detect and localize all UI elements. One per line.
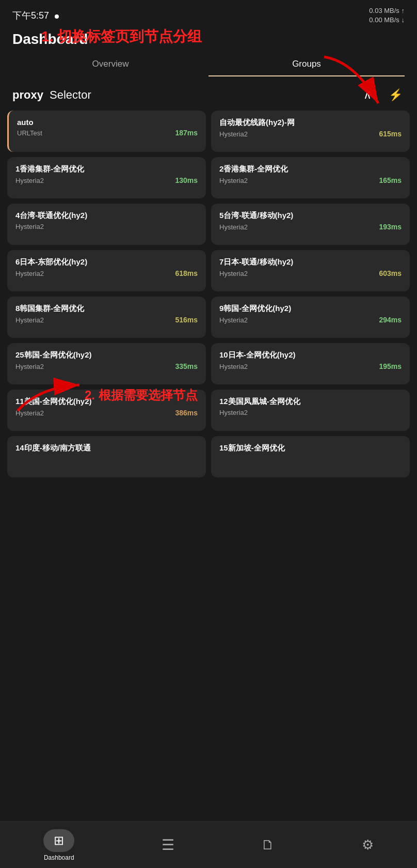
proxy-card-latency-6: 618ms bbox=[175, 269, 198, 277]
proxy-card-13[interactable]: 12美国凤凰城-全网优化Hysteria2 bbox=[211, 390, 410, 431]
proxy-card-name-12: 11美国-全网优化(hy2) bbox=[15, 397, 198, 407]
proxy-card-type-4: Hysteria2 bbox=[15, 223, 44, 230]
proxy-card-type-8: Hysteria2 bbox=[15, 316, 44, 324]
nav-logs[interactable]: ☰ bbox=[162, 836, 174, 854]
proxy-card-latency-1: 615ms bbox=[379, 130, 402, 138]
proxy-card-type-2: Hysteria2 bbox=[15, 177, 44, 184]
proxy-card-15[interactable]: 15新加坡-全网优化 bbox=[211, 436, 410, 477]
proxy-card-name-1: 自动最优线路(hy2)-网 bbox=[219, 118, 402, 128]
proxy-card-type-5: Hysteria2 bbox=[219, 223, 248, 231]
proxy-card-12[interactable]: 11美国-全网优化(hy2)Hysteria2386ms bbox=[7, 390, 206, 431]
proxy-card-name-4: 4台湾-联通优化(hy2) bbox=[15, 211, 198, 221]
section-icons: ∧ ⚡ bbox=[358, 86, 405, 104]
proxy-card-type-13: Hysteria2 bbox=[219, 409, 248, 416]
proxy-card-type-6: Hysteria2 bbox=[15, 270, 44, 277]
nav-dashboard-label: Dashboard bbox=[44, 854, 74, 861]
bottom-nav: ⊞ Dashboard ☰ 🗋 ⚙ bbox=[0, 822, 417, 868]
files-icon: 🗋 bbox=[261, 837, 275, 853]
proxy-card-name-15: 15新加坡-全网优化 bbox=[219, 443, 402, 453]
proxy-card-name-10: 25韩国-全网优化(hy2) bbox=[15, 350, 198, 360]
status-network: 0.03 MB/s ↑ 0.00 MB/s ↓ bbox=[369, 6, 405, 25]
proxy-card-name-0: auto bbox=[17, 118, 198, 127]
proxy-card-name-11: 10日本-全网优化(hy2) bbox=[219, 350, 402, 360]
proxy-card-name-9: 9韩国-全网优化(hy2) bbox=[219, 304, 402, 314]
proxy-card-type-7: Hysteria2 bbox=[219, 270, 248, 277]
proxy-card-type-12: Hysteria2 bbox=[15, 409, 44, 417]
section-header: proxy Selector ∧ ⚡ bbox=[0, 76, 417, 111]
proxy-card-type-3: Hysteria2 bbox=[219, 177, 248, 184]
logs-icon: ☰ bbox=[162, 836, 174, 854]
nav-dashboard[interactable]: ⊞ Dashboard bbox=[43, 829, 74, 861]
dashboard-icon: ⊞ bbox=[54, 833, 64, 847]
proxy-card-latency-10: 335ms bbox=[175, 362, 198, 370]
status-dot bbox=[55, 14, 59, 19]
proxy-grid: autoURLTest187ms自动最优线路(hy2)-网Hysteria261… bbox=[0, 111, 417, 483]
proxy-card-name-7: 7日本-联通/移动(hy2) bbox=[219, 257, 402, 267]
collapse-icon[interactable]: ∧ bbox=[358, 86, 377, 104]
proxy-card-name-3: 2香港集群-全网优化 bbox=[219, 164, 402, 174]
proxy-card-latency-5: 193ms bbox=[379, 223, 402, 231]
nav-dashboard-icon-wrap: ⊞ bbox=[43, 829, 74, 852]
proxy-card-latency-8: 516ms bbox=[175, 316, 198, 324]
proxy-card-latency-12: 386ms bbox=[175, 409, 198, 417]
proxy-card-4[interactable]: 4台湾-联通优化(hy2)Hysteria2 bbox=[7, 204, 206, 245]
selector-label: Selector bbox=[50, 88, 91, 101]
proxy-card-latency-3: 165ms bbox=[379, 176, 402, 184]
proxy-card-name-13: 12美国凤凰城-全网优化 bbox=[219, 397, 402, 407]
proxy-card-type-9: Hysteria2 bbox=[219, 316, 248, 324]
proxy-card-14[interactable]: 14印度-移动/南方联通 bbox=[7, 436, 206, 477]
proxy-card-0[interactable]: autoURLTest187ms bbox=[7, 111, 206, 152]
proxy-card-latency-9: 294ms bbox=[379, 316, 402, 324]
status-time: 下午5:57 bbox=[12, 9, 59, 22]
proxy-card-type-10: Hysteria2 bbox=[15, 363, 44, 370]
proxy-card-9[interactable]: 9韩国-全网优化(hy2)Hysteria2294ms bbox=[211, 297, 410, 338]
proxy-card-6[interactable]: 6日本-东部优化(hy2)Hysteria2618ms bbox=[7, 250, 206, 291]
proxy-card-7[interactable]: 7日本-联通/移动(hy2)Hysteria2603ms bbox=[211, 250, 410, 291]
tab-overview[interactable]: Overview bbox=[12, 52, 208, 76]
proxy-card-11[interactable]: 10日本-全网优化(hy2)Hysteria2195ms bbox=[211, 343, 410, 384]
proxy-card-name-5: 5台湾-联通/移动(hy2) bbox=[219, 211, 402, 221]
proxy-card-name-6: 6日本-东部优化(hy2) bbox=[15, 257, 198, 267]
proxy-card-name-14: 14印度-移动/南方联通 bbox=[15, 443, 198, 453]
proxy-card-name-8: 8韩国集群-全网优化 bbox=[15, 304, 198, 314]
proxy-label: proxy bbox=[12, 88, 43, 101]
proxy-card-latency-0: 187ms bbox=[175, 129, 198, 137]
proxy-card-latency-7: 603ms bbox=[379, 269, 402, 277]
proxy-card-3[interactable]: 2香港集群-全网优化Hysteria2165ms bbox=[211, 157, 410, 198]
proxy-card-type-1: Hysteria2 bbox=[219, 130, 248, 138]
proxy-card-latency-2: 130ms bbox=[175, 176, 198, 184]
proxy-card-10[interactable]: 25韩国-全网优化(hy2)Hysteria2335ms bbox=[7, 343, 206, 384]
settings-icon: ⚙ bbox=[362, 837, 374, 853]
tab-groups[interactable]: Groups bbox=[208, 52, 405, 76]
status-bar: 下午5:57 0.03 MB/s ↑ 0.00 MB/s ↓ bbox=[0, 0, 417, 29]
section-title: proxy Selector bbox=[12, 88, 91, 102]
proxy-card-1[interactable]: 自动最优线路(hy2)-网Hysteria2615ms bbox=[211, 111, 410, 152]
proxy-card-8[interactable]: 8韩国集群-全网优化Hysteria2516ms bbox=[7, 297, 206, 338]
proxy-card-5[interactable]: 5台湾-联通/移动(hy2)Hysteria2193ms bbox=[211, 204, 410, 245]
proxy-card-2[interactable]: 1香港集群-全网优化Hysteria2130ms bbox=[7, 157, 206, 198]
annotation-1: 1. 切换标签页到节点分组 bbox=[41, 27, 202, 47]
lightning-icon[interactable]: ⚡ bbox=[386, 86, 405, 104]
proxy-card-latency-11: 195ms bbox=[379, 362, 402, 370]
nav-files[interactable]: 🗋 bbox=[261, 837, 275, 853]
proxy-card-type-11: Hysteria2 bbox=[219, 363, 248, 370]
nav-settings[interactable]: ⚙ bbox=[362, 837, 374, 853]
proxy-card-type-0: URLTest bbox=[17, 129, 42, 137]
tabs: Overview Groups bbox=[0, 52, 417, 76]
proxy-card-name-2: 1香港集群-全网优化 bbox=[15, 164, 198, 174]
